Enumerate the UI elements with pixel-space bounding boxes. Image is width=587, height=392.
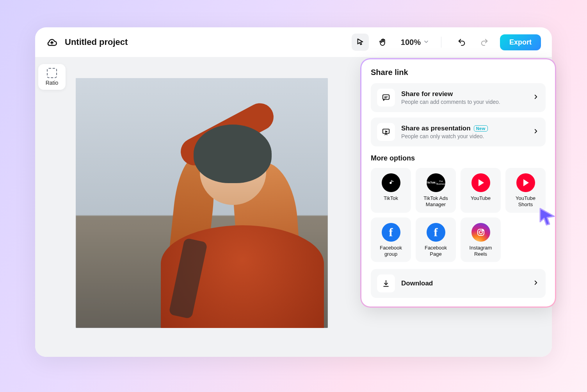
share-presentation-subtitle: People can only watch your video.	[401, 133, 526, 139]
cloud-sync-icon[interactable]	[46, 36, 58, 48]
facebook-icon: f	[382, 223, 400, 242]
share-options-grid: TikTok TikTok:For Business TikTok Ads Ma…	[371, 168, 546, 262]
share-option-facebook-group[interactable]: f Facebook group	[371, 217, 411, 262]
instagram-icon	[471, 223, 490, 242]
share-option-label: TikTok	[384, 195, 398, 201]
chevron-right-icon	[532, 128, 539, 136]
comment-icon	[377, 89, 395, 107]
share-link-heading: Share link	[371, 68, 546, 77]
pan-tool-button[interactable]	[374, 34, 391, 51]
chevron-right-icon	[532, 279, 539, 288]
zoom-value: 100%	[401, 38, 421, 47]
canvas-tools: 100%	[352, 34, 493, 51]
tiktok-business-icon: TikTok:For Business	[427, 173, 445, 192]
redo-button[interactable]	[476, 34, 493, 51]
share-option-youtube-shorts[interactable]: YouTube Shorts	[505, 168, 546, 213]
toolbar-divider	[441, 37, 441, 48]
undo-icon	[457, 38, 466, 46]
share-option-youtube[interactable]: YouTube	[461, 168, 501, 213]
zoom-level[interactable]: 100%	[401, 38, 429, 47]
cursor-icon	[356, 38, 365, 46]
share-option-tiktok-ads[interactable]: TikTok:For Business TikTok Ads Manager	[416, 168, 456, 213]
presentation-icon	[377, 123, 395, 141]
project-title[interactable]: Untitled project	[65, 37, 128, 47]
canvas-image[interactable]	[76, 78, 328, 328]
ratio-label: Ratio	[46, 80, 59, 86]
share-option-label: Facebook Page	[418, 245, 454, 258]
redo-icon	[480, 38, 489, 46]
ratio-tool[interactable]: Ratio	[38, 64, 66, 90]
share-as-presentation-card[interactable]: Share as presentation New People can onl…	[371, 118, 546, 146]
share-option-label: TikTok Ads Manager	[418, 195, 454, 208]
chevron-down-icon	[423, 38, 429, 47]
download-button[interactable]: Download	[371, 269, 546, 298]
tiktok-icon	[382, 173, 400, 192]
more-options-heading: More options	[371, 154, 546, 162]
download-label: Download	[401, 280, 526, 287]
topbar: Untitled project 100%	[35, 27, 552, 57]
chevron-right-icon	[532, 93, 539, 102]
share-option-label: Instagram Reels	[463, 245, 498, 258]
hand-icon	[379, 38, 387, 46]
share-review-subtitle: People can add comments to your video.	[401, 99, 526, 105]
share-option-instagram-reels[interactable]: Instagram Reels	[461, 217, 501, 262]
share-option-facebook-page[interactable]: f Facebook Page	[416, 217, 456, 262]
share-option-label: YouTube	[471, 195, 491, 201]
svg-point-4	[482, 230, 483, 230]
share-option-label: YouTube Shorts	[508, 195, 543, 208]
share-option-label: Facebook group	[373, 245, 409, 258]
ratio-icon	[47, 68, 57, 78]
share-review-title: Share for review	[401, 90, 526, 98]
undo-button[interactable]	[453, 34, 470, 51]
share-option-tiktok[interactable]: TikTok	[371, 168, 411, 213]
new-badge: New	[474, 125, 488, 132]
share-panel: Share link Share for review People can a…	[361, 59, 555, 306]
svg-point-3	[479, 231, 482, 234]
share-for-review-card[interactable]: Share for review People can add comments…	[371, 83, 546, 112]
download-icon	[377, 274, 395, 292]
facebook-icon: f	[427, 223, 445, 242]
select-tool-button[interactable]	[352, 34, 369, 51]
youtube-shorts-icon	[516, 173, 535, 192]
share-presentation-title: Share as presentation	[401, 125, 471, 132]
youtube-icon	[471, 173, 490, 192]
export-button[interactable]: Export	[500, 34, 541, 50]
